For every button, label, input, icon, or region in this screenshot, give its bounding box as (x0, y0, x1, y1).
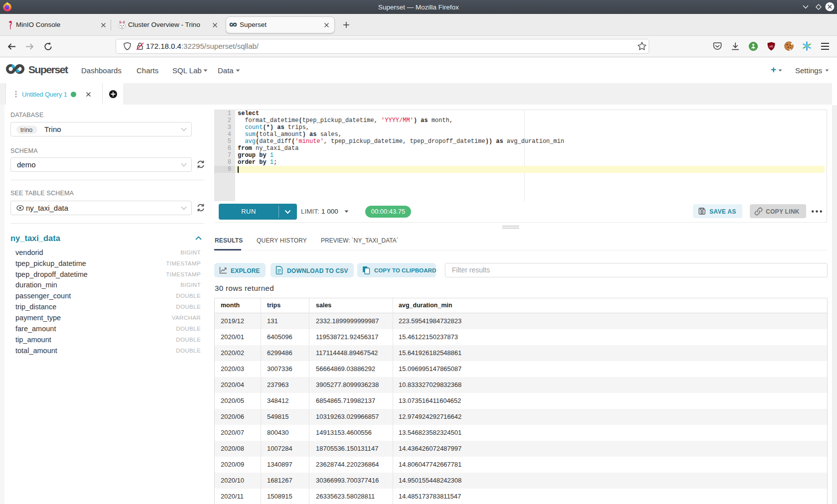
svg-text:uO: uO (769, 45, 773, 48)
